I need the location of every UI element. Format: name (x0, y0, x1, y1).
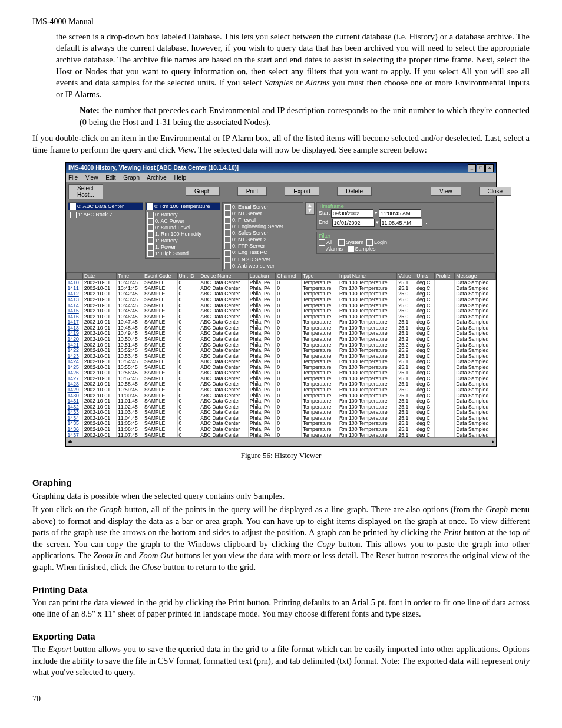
ip-item[interactable]: 0: ENGR Server (224, 256, 301, 263)
column-header[interactable]: Value (397, 272, 415, 280)
spinner-icon[interactable]: ⋮ (424, 220, 429, 226)
filter-samples[interactable]: Samples (355, 246, 376, 252)
checkbox-icon[interactable] (224, 204, 231, 210)
ip-item[interactable]: 0: FTP Server (224, 243, 301, 249)
column-header[interactable]: Profile (434, 272, 454, 280)
menu-file[interactable]: File (68, 174, 78, 181)
ip-item[interactable]: 0: NT Server 2 (224, 236, 301, 243)
checkbox-icon[interactable] (224, 250, 231, 256)
checkbox-icon[interactable] (147, 231, 154, 238)
filter-system[interactable]: System (346, 239, 363, 245)
checkbox-icon[interactable] (224, 210, 231, 217)
column-header[interactable]: Units (415, 272, 435, 280)
column-header[interactable]: Event Code (143, 272, 177, 280)
checkbox-icon[interactable] (147, 244, 154, 251)
ip-item[interactable]: 0: Sales Server (224, 230, 301, 236)
print-button[interactable]: Print (237, 187, 267, 196)
delete-button[interactable]: Delete (337, 187, 372, 196)
scroll-down-icon[interactable]: ▼ (308, 208, 313, 214)
checkbox-icon[interactable] (147, 238, 154, 244)
checkbox-icon[interactable] (366, 239, 373, 246)
host-item[interactable]: 1: ABC Rack 7 (70, 212, 141, 218)
ip-item[interactable]: 0: Firewall (224, 217, 301, 223)
column-header[interactable]: Device Name (199, 272, 249, 280)
spinner-icon[interactable]: ⋮ (422, 210, 428, 216)
checkbox-icon[interactable] (319, 239, 325, 246)
end-date-field[interactable] (332, 219, 375, 227)
env-item[interactable]: 1: High Sound (147, 251, 218, 257)
env-item[interactable]: 0: Battery (147, 212, 218, 218)
table-cell: 2002-10-01 (82, 433, 116, 437)
window-control-buttons[interactable]: _□× (467, 164, 494, 172)
scroll-left-icon[interactable]: ◂▸ (67, 438, 73, 446)
menu-help[interactable]: Help (174, 174, 186, 181)
scroll-right-icon[interactable]: ▸ (492, 438, 495, 446)
ip-item[interactable]: 0: Engineering Server (224, 223, 301, 230)
host-panel[interactable]: 0: ABC Data Center 1: ABC Rack 7 (68, 202, 143, 256)
ip-item[interactable]: 0: Email Server (224, 204, 301, 210)
ip-item[interactable]: 0: Eng Test PC (224, 249, 301, 256)
view-button[interactable]: View (431, 187, 461, 196)
env-item[interactable]: 1: Rm 100 Humidity (147, 231, 218, 238)
start-time-field[interactable] (379, 209, 421, 218)
table-row[interactable]: 14372002-10-0111:07:45SAMPLE0ABC Data Ce… (67, 433, 496, 437)
checkbox-icon[interactable] (224, 236, 231, 243)
maximize-icon[interactable]: □ (477, 164, 485, 172)
menu-edit[interactable]: Edit (105, 174, 115, 181)
column-header[interactable] (67, 272, 83, 280)
checkbox-icon[interactable] (319, 246, 325, 252)
data-grid[interactable]: DateTimeEvent CodeUnit IDDevice NameLoca… (66, 272, 496, 437)
end-time-field[interactable] (380, 219, 422, 227)
menu-archive[interactable]: Archive (147, 174, 166, 181)
env-item[interactable]: 0: AC Power (147, 218, 218, 225)
close-button[interactable]: Close (479, 187, 512, 196)
graph-button[interactable]: Graph (186, 187, 220, 196)
checkbox-icon[interactable] (70, 212, 77, 218)
filter-login[interactable]: Login (374, 239, 387, 245)
checkbox-icon[interactable] (147, 251, 154, 257)
checkbox-icon[interactable] (224, 263, 231, 269)
table-cell (434, 319, 454, 325)
checkbox-icon[interactable] (70, 203, 76, 210)
scrollbar[interactable]: ▲ ▼ (305, 202, 315, 215)
checkbox-icon[interactable] (224, 256, 231, 263)
ip-item[interactable]: 0: Anti-web server (224, 263, 301, 269)
ip-panel[interactable]: 0: Email Server0: NT Server0: Firewall0:… (222, 202, 303, 271)
menu-view[interactable]: View (85, 174, 98, 181)
checkbox-icon[interactable] (338, 239, 345, 246)
checkbox-icon[interactable] (224, 230, 231, 236)
filter-alarms[interactable]: Alarms (326, 246, 343, 252)
env-panel[interactable]: 0: Rm 100 Temperature 0: Battery0: AC Po… (145, 202, 220, 259)
checkbox-icon[interactable] (147, 212, 154, 218)
dropdown-icon[interactable]: ▾ (376, 220, 379, 226)
export-button[interactable]: Export (285, 187, 319, 196)
checkbox-icon[interactable] (348, 246, 354, 252)
column-header[interactable]: Channel (276, 272, 301, 280)
window-titlebar[interactable]: IMS-4000 History, Viewing Host [ABC Data… (66, 163, 496, 173)
close-icon[interactable]: × (485, 164, 494, 172)
checkbox-icon[interactable] (147, 218, 154, 225)
checkbox-icon[interactable] (147, 203, 153, 210)
column-header[interactable]: Location (248, 272, 276, 280)
ip-item[interactable]: 0: NT Server (224, 210, 301, 217)
column-header[interactable]: Date (82, 272, 116, 280)
column-header[interactable]: Type (301, 272, 338, 280)
checkbox-icon[interactable] (224, 243, 231, 249)
minimize-icon[interactable]: _ (468, 164, 476, 172)
env-item[interactable]: 1: Power (147, 244, 218, 251)
checkbox-icon[interactable] (224, 223, 231, 230)
menu-graph[interactable]: Graph (123, 174, 140, 181)
column-header[interactable]: Unit ID (177, 272, 199, 280)
column-header[interactable]: Time (117, 272, 143, 280)
menubar[interactable]: File View Edit Graph Archive Help (66, 173, 496, 182)
start-date-field[interactable] (331, 209, 373, 218)
env-item[interactable]: 1: Battery (147, 238, 218, 244)
dropdown-icon[interactable]: ▾ (375, 210, 378, 216)
column-header[interactable]: Input Name (338, 272, 397, 280)
filter-all[interactable]: All (326, 239, 332, 245)
env-item[interactable]: 0: Sound Level (147, 225, 218, 231)
select-host-button[interactable]: Select Host... (68, 184, 103, 199)
checkbox-icon[interactable] (224, 217, 231, 223)
column-header[interactable]: Message (455, 272, 496, 280)
checkbox-icon[interactable] (147, 225, 154, 231)
